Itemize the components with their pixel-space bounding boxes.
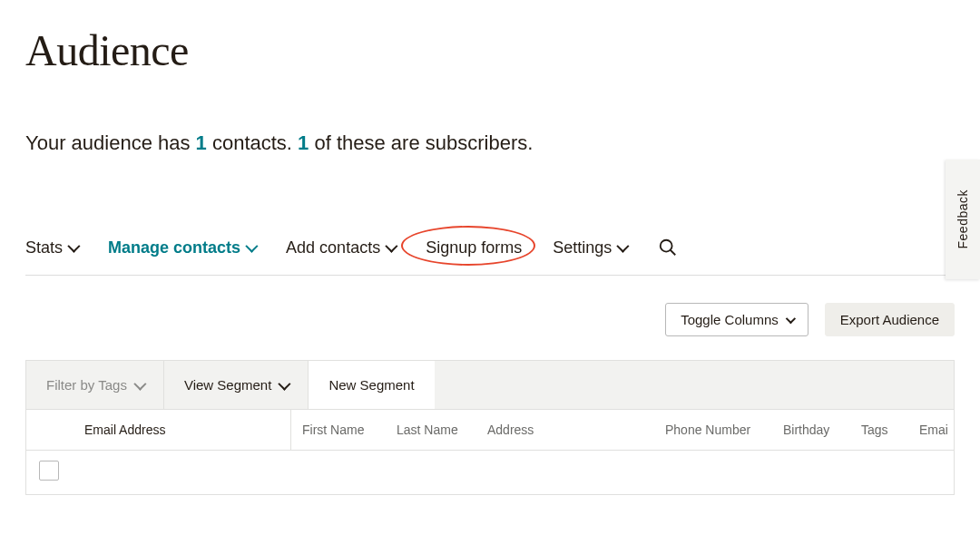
header-address[interactable]: Address [476,410,654,450]
tab-signup-forms-label: Signup forms [426,238,522,257]
header-checkbox-col [26,417,74,442]
toggle-columns-label: Toggle Columns [681,312,779,327]
table-actions: Toggle Columns Export Audience [25,303,955,336]
header-tags[interactable]: Tags [850,410,908,450]
chevron-down-icon [279,377,291,390]
audience-summary: Your audience has 1 contacts. 1 of these… [25,131,980,155]
contact-count: 1 [196,131,207,154]
svg-line-1 [671,250,676,256]
chevron-down-icon [245,240,258,253]
subscriber-count: 1 [298,131,309,154]
page-title: Audience [25,25,980,75]
tab-manage-contacts-label: Manage contacts [108,238,240,257]
contacts-table: Email Address First Name Last Name Addre… [25,409,955,495]
new-segment-label: New Segment [328,377,414,393]
tab-stats[interactable]: Stats [25,238,77,257]
chevron-down-icon [786,313,796,323]
table-header-row: Email Address First Name Last Name Addre… [26,410,954,451]
table-row[interactable] [26,451,954,494]
audience-tabs: Stats Manage contacts Add contacts Signu… [25,237,955,276]
summary-prefix: Your audience has [25,131,196,154]
tab-settings-label: Settings [553,238,612,257]
view-segment-label: View Segment [184,377,271,393]
view-segment[interactable]: View Segment [164,361,309,409]
export-audience-button[interactable]: Export Audience [825,303,955,336]
chevron-down-icon [133,377,146,390]
new-segment-button[interactable]: New Segment [309,361,434,409]
summary-mid: contacts. [207,131,298,154]
header-last-name[interactable]: Last Name [386,410,476,450]
chevron-down-icon [67,240,80,253]
toggle-columns-button[interactable]: Toggle Columns [665,303,808,336]
feedback-tab[interactable]: Feedback [946,160,980,279]
header-birthday[interactable]: Birthday [772,410,850,450]
chevron-down-icon [617,240,630,253]
row-checkbox[interactable] [39,461,59,481]
chevron-down-icon [385,240,397,253]
search-button[interactable] [657,237,679,258]
search-icon [658,238,678,257]
export-audience-label: Export Audience [840,312,939,327]
filter-by-tags[interactable]: Filter by Tags [26,361,164,409]
tab-stats-label: Stats [25,238,63,257]
svg-point-0 [661,240,672,252]
tab-signup-forms[interactable]: Signup forms [426,238,522,257]
tab-add-contacts[interactable]: Add contacts [286,238,395,257]
header-first-name[interactable]: First Name [291,410,386,450]
tab-settings[interactable]: Settings [553,238,626,257]
summary-suffix: of these are subscribers. [309,131,533,154]
filter-by-tags-label: Filter by Tags [46,377,127,393]
tab-add-contacts-label: Add contacts [286,238,380,257]
header-email[interactable]: Email Address [74,410,291,450]
filter-bar: Filter by Tags View Segment New Segment [25,360,955,409]
header-email-truncated[interactable]: Emai [908,410,945,450]
feedback-label: Feedback [956,189,970,248]
tab-manage-contacts[interactable]: Manage contacts [108,238,255,257]
header-phone[interactable]: Phone Number [654,410,772,450]
